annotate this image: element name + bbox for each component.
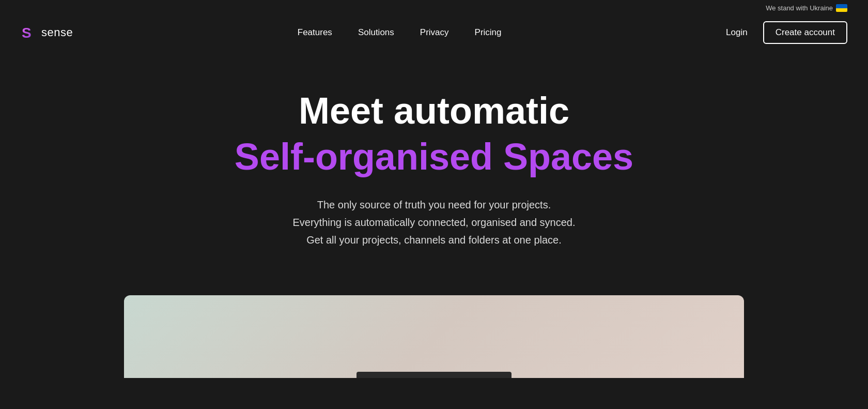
top-banner: We stand with Ukraine	[0, 0, 868, 16]
main-nav: S sense Features Solutions Privacy Prici…	[0, 16, 868, 49]
nav-link-features[interactable]: Features	[298, 27, 332, 38]
login-link[interactable]: Login	[726, 27, 748, 38]
hero-description-line3: Get all your projects, channels and fold…	[293, 231, 576, 249]
ukraine-flag-icon	[836, 4, 847, 12]
nav-actions: Login Create account	[726, 21, 847, 44]
hero-title-line1: Meet automatic	[299, 90, 569, 131]
nav-link-solutions[interactable]: Solutions	[358, 27, 394, 38]
ukraine-banner: We stand with Ukraine	[766, 4, 847, 12]
logo-text: sense	[41, 26, 73, 39]
logo-icon: S	[21, 24, 37, 41]
preview-bottom-bar	[357, 372, 512, 378]
ukraine-text-label: We stand with Ukraine	[766, 4, 833, 12]
app-preview	[124, 295, 744, 378]
nav-link-pricing[interactable]: Pricing	[475, 27, 502, 38]
hero-description: The only source of truth you need for yo…	[293, 196, 576, 249]
svg-text:S: S	[22, 25, 32, 41]
hero-description-line1: The only source of truth you need for yo…	[293, 196, 576, 214]
nav-link-privacy[interactable]: Privacy	[420, 27, 449, 38]
logo-link[interactable]: S sense	[21, 24, 73, 41]
create-account-button[interactable]: Create account	[763, 21, 847, 44]
hero-description-line2: Everything is automatically connected, o…	[293, 214, 576, 231]
hero-title-line2: Self-organised Spaces	[235, 137, 633, 177]
hero-section: Meet automatic Self-organised Spaces The…	[0, 49, 868, 275]
nav-links: Features Solutions Privacy Pricing	[298, 27, 502, 38]
